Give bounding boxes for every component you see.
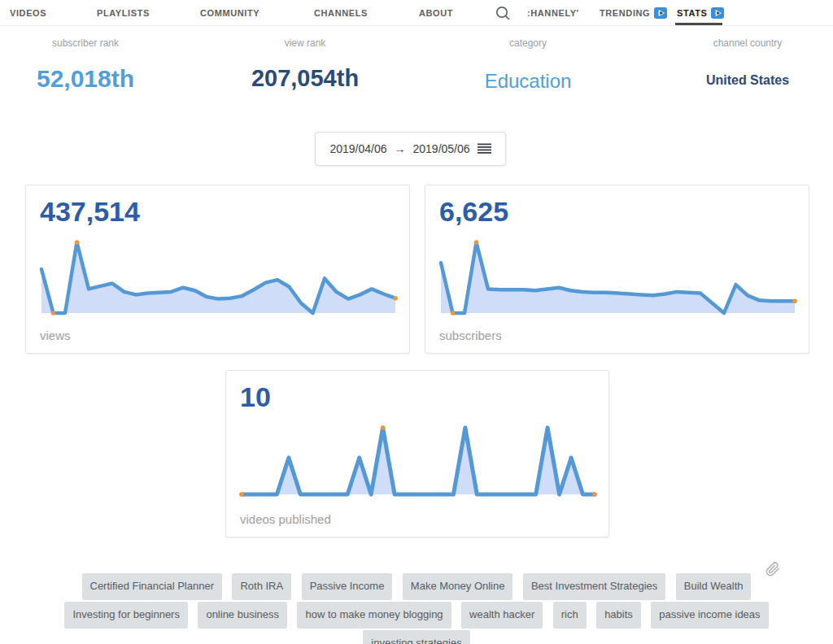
summary-subscriber-rank: subscriber rank 52,018th [0, 37, 191, 49]
channel-country-value: United States [642, 73, 833, 88]
tag-chip[interactable]: rich [553, 602, 587, 629]
category-value: Education [422, 70, 634, 93]
paperclip-icon[interactable] [765, 562, 780, 577]
tag-chip[interactable]: online business [198, 602, 287, 629]
tab-videos[interactable]: VIDEOS [10, 0, 46, 25]
subscribers-total: 6,625 [439, 196, 508, 228]
tag-chip[interactable]: habits [596, 602, 641, 629]
active-tab-underline [675, 23, 722, 25]
nav-stats[interactable]: STATS [677, 0, 724, 25]
search-icon [495, 5, 511, 21]
nav-trending[interactable]: TRENDING [600, 0, 667, 25]
top-nav: VIDEOS PLAYLISTS COMMUNITY CHANNELS ABOU… [0, 0, 833, 26]
subscriber-rank-label: subscriber rank [0, 37, 191, 49]
tag-row: investing strategies [0, 629, 833, 644]
tab-about-label: ABOUT [419, 8, 453, 18]
tab-channels[interactable]: CHANNELS [314, 0, 368, 25]
tag-row: Certified Financial Planner Roth IRA Pas… [0, 572, 833, 601]
arrow-right-icon: → [395, 142, 406, 155]
tag-chip[interactable]: Investing for beginners [64, 602, 188, 629]
tab-community[interactable]: COMMUNITY [200, 0, 259, 25]
subscribers-chart [438, 239, 797, 316]
views-chart [39, 239, 398, 316]
tab-playlists[interactable]: PLAYLISTS [97, 0, 150, 25]
tab-videos-label: VIDEOS [10, 8, 46, 18]
tag-chip[interactable]: Passive Income [302, 573, 393, 600]
views-total: 437,514 [40, 196, 140, 228]
tag-chip[interactable]: Roth IRA [232, 573, 291, 600]
send-icon [711, 7, 724, 19]
date-end[interactable]: 2019/05/06 [413, 142, 470, 155]
videos-published-card: 10 videos published [225, 370, 609, 537]
tag-chip[interactable]: Best Investment Strategies [523, 573, 665, 600]
date-range-picker[interactable]: 2019/04/06 → 2019/05/06 [315, 132, 506, 166]
view-rank-label: view rank [199, 37, 411, 49]
stats-page: VIDEOS PLAYLISTS COMMUNITY CHANNELS ABOU… [0, 0, 833, 644]
videos-published-card-label: videos published [240, 512, 331, 526]
videos-published-chart [239, 424, 597, 498]
subscribers-card: 6,625 subscribers [425, 185, 809, 354]
summary-view-rank: view rank 207,054th [199, 37, 411, 49]
tag-chip[interactable]: wealth hacker [461, 602, 543, 629]
tag-chip[interactable]: Build Wealth [676, 573, 752, 600]
tab-community-label: COMMUNITY [200, 8, 259, 18]
summary-channel-country: channel country United States [642, 37, 833, 49]
channel-country-label: channel country [642, 37, 833, 49]
nav-stats-label: STATS [677, 8, 707, 18]
menu-icon[interactable] [478, 143, 491, 154]
category-label: category [422, 37, 634, 49]
date-start[interactable]: 2019/04/06 [329, 142, 386, 155]
views-card: 437,514 views [25, 185, 410, 354]
tag-chip[interactable]: Certified Financial Planner [82, 573, 222, 600]
tag-chip[interactable]: how to make money blogging [297, 602, 451, 629]
views-card-label: views [40, 329, 71, 342]
tab-channels-label: CHANNELS [314, 8, 368, 18]
subscribers-card-label: subscribers [439, 329, 502, 342]
search-button[interactable] [495, 0, 511, 25]
videos-published-total: 10 [240, 381, 271, 413]
nav-brand-label: :HANNELY' [527, 8, 579, 18]
tag-row: Investing for beginners online business … [0, 601, 833, 629]
tab-about[interactable]: ABOUT [419, 0, 453, 25]
summary-category: category Education [422, 37, 634, 49]
tag-chip[interactable]: passive income ideas [651, 602, 768, 629]
nav-brand[interactable]: :HANNELY' [527, 0, 579, 25]
nav-trending-label: TRENDING [600, 8, 650, 18]
view-rank-value: 207,054th [199, 65, 411, 92]
tab-playlists-label: PLAYLISTS [97, 8, 150, 18]
tag-cloud: Certified Financial Planner Roth IRA Pas… [0, 572, 833, 644]
send-icon [654, 7, 667, 19]
tag-chip[interactable]: Make Money Online [403, 573, 513, 600]
tag-chip[interactable]: investing strategies [363, 630, 469, 644]
subscriber-rank-value: 52,018th [0, 65, 191, 93]
